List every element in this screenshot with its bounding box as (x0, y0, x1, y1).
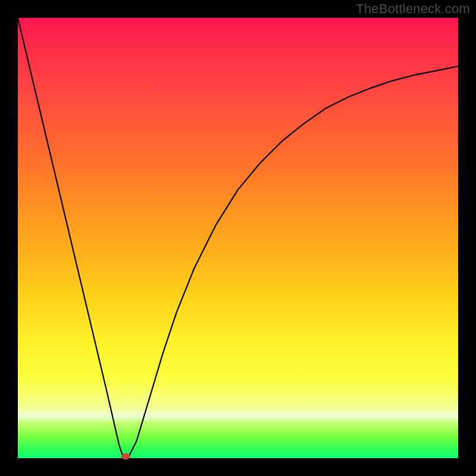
plot-area (18, 18, 458, 458)
bottleneck-curve (18, 18, 458, 458)
curve-minimum-marker (121, 453, 130, 459)
curve-path (18, 18, 458, 458)
watermark-text: TheBottleneck.com (356, 1, 470, 17)
chart-frame: TheBottleneck.com (0, 0, 476, 476)
